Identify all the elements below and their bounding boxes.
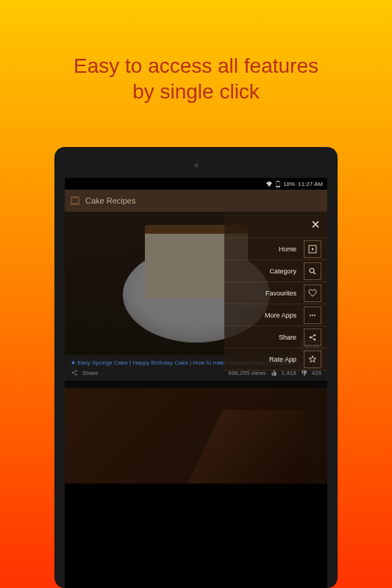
svg-rect-2 [277,186,280,187]
share-button-label[interactable]: Share [82,370,98,376]
menu-label: Category [269,268,296,275]
svg-point-6 [310,268,314,273]
menu-label: More Apps [265,312,296,319]
heart-icon [304,284,321,302]
promo-line-1: Easy to access all features [0,53,392,79]
app-title: Cake Recipes [85,196,135,205]
svg-rect-1 [277,181,279,182]
side-menu: × Home Category Favourites [224,212,327,370]
menu-label: Rate App [269,356,296,363]
share-icon [304,329,321,346]
app-header: Cake Recipes [65,190,327,212]
play-icon [304,240,321,258]
menu-item-more-apps[interactable]: More Apps [224,304,327,326]
status-time: 11:27 AM [298,181,323,187]
share-icon-small[interactable] [71,369,78,376]
menu-item-rate-app[interactable]: Rate App [224,348,327,370]
menu-label: Home [279,245,296,253]
svg-line-14 [311,335,314,337]
tablet-camera [194,163,199,168]
svg-line-20 [73,373,75,374]
app-icon [71,196,79,205]
menu-item-share[interactable]: Share [224,326,327,348]
battery-icon [276,181,280,187]
chocolate-cake-image [188,410,305,484]
tablet-frame: 18% 11:27 AM Cake Recipes × Home [54,147,338,588]
wifi-icon [266,181,273,187]
promo-line-2: by single click [0,79,392,104]
more-icon [304,306,321,324]
svg-line-7 [314,272,316,274]
svg-line-19 [73,371,75,373]
svg-line-15 [311,337,314,339]
svg-point-9 [312,315,313,316]
svg-rect-4 [72,198,78,203]
status-bar: 18% 11:27 AM [65,178,327,190]
menu-item-home[interactable]: Home [224,238,327,260]
menu-close-button[interactable]: × [224,212,327,238]
menu-item-category[interactable]: Category [224,260,327,282]
menu-label: Favourites [266,290,296,297]
next-video-thumbnail[interactable] [65,388,327,484]
content-area: × Home Category Favourites [65,212,327,484]
promo-heading: Easy to access all features by single cl… [0,0,392,104]
search-icon [304,262,321,280]
tablet-screen: 18% 11:27 AM Cake Recipes × Home [65,178,327,588]
menu-item-favourites[interactable]: Favourites [224,282,327,304]
svg-point-10 [314,315,316,316]
close-icon: × [311,216,320,233]
svg-point-8 [310,315,311,316]
star-icon [304,351,321,368]
battery-percent: 18% [283,181,295,187]
menu-label: Share [279,334,296,341]
